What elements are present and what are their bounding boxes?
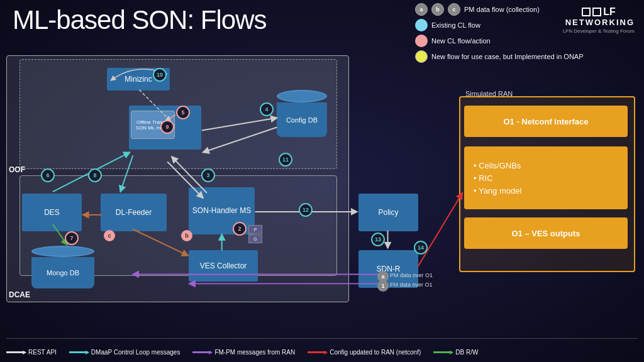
legend-db-rw: DB R/W	[433, 349, 478, 356]
svg-line-13	[418, 193, 462, 266]
legend-config-updated: Config updated to RAN (netconf)	[308, 349, 421, 356]
sim-ran-label: Simulated RAN	[465, 90, 513, 97]
flow-num-12: 12	[299, 203, 313, 217]
flow-num-2: 2	[233, 222, 247, 236]
legend-existing-icon	[415, 19, 428, 31]
legend-new-flow: New flow for use case, but Implemented i…	[415, 50, 629, 63]
arrow-dbrw-line	[433, 351, 452, 353]
arrow-config-line	[308, 351, 326, 353]
ves-collector-box: VES Collector	[189, 250, 258, 282]
legend-rest-api: REST API	[6, 349, 57, 356]
arrow-fmpm-line	[192, 351, 211, 353]
des-box: DES	[22, 194, 82, 231]
legend-new-flow-icon	[415, 50, 428, 63]
o1-ves-box: O1 – VES outputs	[464, 217, 628, 249]
pg-box-g: G	[248, 234, 262, 243]
minizinc-label: Minizinc	[125, 75, 152, 84]
rest-api-label: REST API	[28, 349, 57, 356]
flow-num-14: 14	[414, 241, 428, 255]
mongodb-top	[31, 246, 94, 257]
legend-pm-data: a b c PM data flow (collection)	[415, 3, 629, 16]
legend-circle-b: b	[431, 3, 444, 16]
cells-label: • Cells/GNBs	[474, 161, 628, 170]
mongodb-cylinder: Mongo DB	[31, 246, 94, 288]
title-bar: ML-based SON: Flows	[13, 5, 266, 35]
page-title: ML-based SON: Flows	[13, 5, 266, 35]
legend-pm-label: PM data flow (collection)	[464, 6, 540, 13]
flow-num-10: 10	[153, 68, 167, 82]
configdb-label: Config DB	[277, 116, 327, 124]
dmaap-label: DMaaP Control Loop messages	[91, 349, 180, 356]
flow-num-11: 11	[279, 153, 292, 167]
oof-label: OOF	[9, 165, 25, 174]
pg-icon: P G	[248, 225, 262, 243]
yang-label: • Yang model	[474, 186, 628, 195]
flow-num-9: 9	[160, 120, 174, 134]
pm-data-label: PM data over O1	[390, 272, 433, 278]
legend-dmaap: DMaaP Control Loop messages	[69, 349, 180, 356]
legend-existing-label: Existing CL flow	[431, 21, 480, 29]
flow-num-3: 3	[201, 168, 215, 182]
fm-data-label: FM data over O1	[390, 282, 433, 288]
legend: a b c PM data flow (collection) Existing…	[415, 3, 629, 66]
ric-label: • RIC	[474, 173, 628, 183]
configdb-cylinder: Config DB	[277, 90, 327, 137]
arrow-dmaap-line	[69, 351, 88, 353]
legend-new-flow-label: New flow for use case, but Implemented i…	[431, 53, 584, 60]
pg-box-p: P	[248, 225, 262, 234]
bottom-legend: REST API DMaaP Control Loop messages FM-…	[6, 338, 638, 362]
legend-new-label: New CL flow/action	[431, 37, 491, 45]
flow-num-4: 4	[260, 102, 274, 116]
badge-c: c	[104, 230, 115, 241]
arrow-rest-api-line	[6, 351, 25, 353]
flow-num-5: 5	[176, 106, 190, 119]
legend-new-cl: New CL flow/action	[415, 35, 629, 47]
son-handler-label: SON-Handler MS	[192, 206, 251, 216]
fm-pm-label: FM-PM messages from RAN	[214, 349, 295, 356]
dcae-label: DCAE	[9, 290, 30, 299]
legend-circle-a: a	[415, 3, 428, 16]
flow-num-6: 6	[41, 168, 55, 182]
policy-box: Policy	[358, 194, 418, 231]
configdb-body: Config DB	[277, 102, 327, 137]
legend-new-icon	[415, 35, 428, 47]
legend-fm-pm: FM-PM messages from RAN	[192, 349, 295, 356]
legend-circle-c: c	[448, 3, 460, 16]
mongodb-body: Mongo DB	[31, 257, 94, 288]
ves-collector-label: VES Collector	[200, 261, 247, 270]
db-rw-label: DB R/W	[455, 349, 478, 356]
diagram: OOF DCAE Minizinc OSDF Offline Trained S…	[6, 55, 638, 337]
legend-existing-cl: Existing CL flow	[415, 19, 629, 31]
o1-netconf-label: O1 - Netconf interface	[503, 117, 588, 126]
flow-num-7: 7	[65, 231, 79, 245]
dlfeeder-box: DL-Feeder	[101, 194, 167, 231]
badge-1-bottom: 1	[377, 280, 389, 292]
config-updated-label: Config updated to RAN (netconf)	[330, 349, 421, 356]
o1-netconf-box: O1 - Netconf interface	[464, 106, 628, 137]
policy-label: Policy	[378, 208, 398, 217]
cells-box: • Cells/GNBs • RIC • Yang model	[464, 146, 628, 209]
mongodb-label: Mongo DB	[31, 269, 94, 277]
o1-ves-label: O1 – VES outputs	[511, 229, 580, 238]
flow-num-13: 13	[371, 233, 385, 246]
badge-b: b	[181, 230, 192, 241]
des-label: DES	[44, 208, 60, 217]
configdb-top	[277, 90, 327, 102]
dlfeeder-label: DL-Feeder	[116, 208, 152, 217]
flow-num-8: 8	[88, 168, 102, 182]
